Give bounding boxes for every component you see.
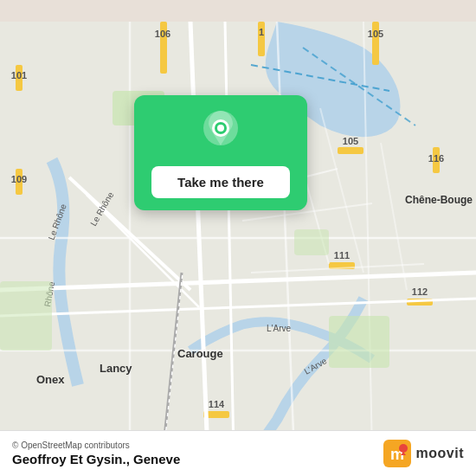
svg-text:Carouge: Carouge <box>177 347 223 360</box>
osm-credit: © OpenStreetMap contributors <box>12 441 180 450</box>
bottom-left: © OpenStreetMap contributors Geoffroy Et… <box>12 441 180 466</box>
bottom-bar: © OpenStreetMap contributors Geoffroy Et… <box>0 430 476 476</box>
svg-text:105: 105 <box>343 136 358 146</box>
svg-text:101: 101 <box>11 70 27 80</box>
location-card: Take me there <box>134 95 307 210</box>
svg-text:Lancy: Lancy <box>100 362 132 375</box>
moovit-text: moovit <box>416 446 464 461</box>
svg-text:106: 106 <box>155 29 170 39</box>
svg-text:105: 105 <box>368 29 383 39</box>
svg-text:114: 114 <box>209 399 225 409</box>
svg-text:109: 109 <box>11 174 27 184</box>
svg-rect-52 <box>0 281 52 351</box>
pin-icon-wrapper <box>198 111 243 156</box>
svg-rect-51 <box>329 316 389 368</box>
svg-text:L'Arve: L'Arve <box>267 324 291 333</box>
place-name-text: Geoffroy Et Gysin., <box>12 452 130 466</box>
place-name: Geoffroy Et Gysin., Geneve <box>12 452 180 466</box>
svg-point-59 <box>217 125 224 132</box>
svg-text:116: 116 <box>428 153 444 164</box>
place-city-text: Geneve <box>133 452 180 466</box>
map-background: 106 1 105 101 109 105 116 111 112 114 <box>0 0 476 476</box>
svg-text:111: 111 <box>334 250 350 261</box>
moovit-logo: m moovit <box>383 440 464 467</box>
svg-rect-53 <box>294 229 329 255</box>
map-container: 106 1 105 101 109 105 116 111 112 114 <box>0 0 476 476</box>
take-me-there-button[interactable]: Take me there <box>151 166 290 198</box>
pin-icon <box>202 111 240 156</box>
moovit-icon: m <box>383 440 411 467</box>
svg-text:112: 112 <box>412 286 428 297</box>
svg-rect-11 <box>338 147 363 154</box>
svg-text:1: 1 <box>259 27 264 37</box>
svg-text:Chêne-Bouge: Chêne-Bouge <box>405 194 473 206</box>
svg-point-62 <box>399 444 408 453</box>
svg-text:Onex: Onex <box>36 373 65 386</box>
